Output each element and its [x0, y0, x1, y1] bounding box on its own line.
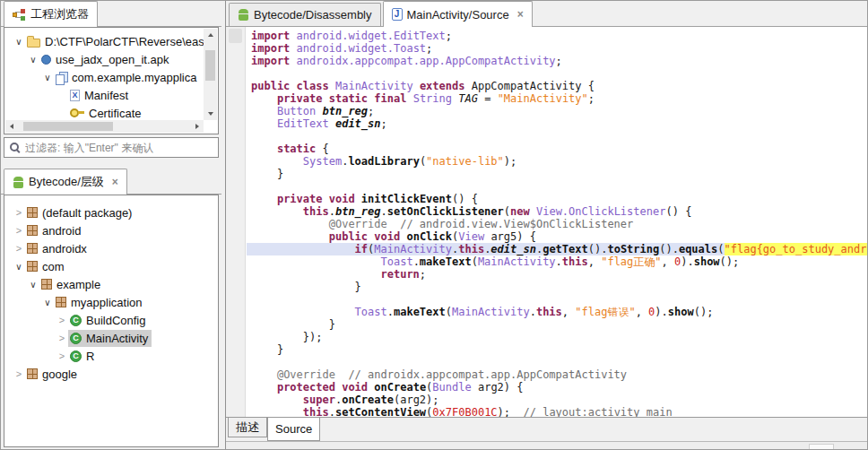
- code-line[interactable]: }: [251, 343, 868, 356]
- tab-source[interactable]: Source: [267, 418, 320, 441]
- tree-item-androidx[interactable]: >androidx: [5, 239, 204, 257]
- code-line[interactable]: Toast.makeText(MainActivity.this, "flag正…: [251, 255, 868, 268]
- tree-item-body[interactable]: com: [25, 258, 68, 275]
- code-line[interactable]: });: [251, 331, 868, 343]
- tree-selection[interactable]: CMainActivity: [68, 330, 152, 347]
- scroll-right-button[interactable]: [191, 120, 204, 133]
- code-line[interactable]: EditText edit_sn;: [251, 117, 868, 130]
- expanded-arrow-icon[interactable]: ∨: [13, 262, 25, 272]
- close-icon[interactable]: ×: [112, 176, 118, 188]
- tab-bytecode-disassembly[interactable]: Bytecode/Disassembly: [229, 3, 381, 26]
- code-line[interactable]: private static final String TAG = "MainA…: [251, 92, 868, 105]
- code-line[interactable]: [251, 356, 868, 368]
- collapsed-arrow-icon[interactable]: >: [13, 207, 25, 218]
- scroll-left-button[interactable]: [5, 120, 18, 133]
- code-line[interactable]: import androidx.appcompat.app.AppCompatA…: [251, 55, 868, 67]
- tree-item-android[interactable]: >android: [5, 221, 204, 239]
- close-icon[interactable]: ×: [517, 8, 524, 21]
- code-line[interactable]: import android.widget.Toast;: [251, 42, 868, 55]
- tree-item-default-package[interactable]: >(default package): [5, 203, 204, 221]
- hscrollbar-thumb[interactable]: [809, 444, 834, 450]
- code-line[interactable]: super.onCreate(arg2);: [251, 394, 868, 406]
- pkg-icon: [56, 297, 66, 307]
- code-line[interactable]: [251, 293, 868, 306]
- key-icon: [70, 108, 84, 117]
- code-line[interactable]: System.loadLibrary("native-lib");: [251, 155, 868, 168]
- code-line[interactable]: }: [251, 168, 868, 180]
- tab-project-browser[interactable]: 工程浏览器: [4, 1, 98, 27]
- code-line[interactable]: Toast.makeText(MainActivity.this, "flag错…: [251, 306, 868, 318]
- code-line[interactable]: }: [251, 318, 868, 331]
- tab-mainactivity-source[interactable]: J MainActivity/Source ×: [383, 1, 533, 27]
- tree-item-d-ctf-polarctf-reverse-eas[interactable]: ∨D:\CTF\PolarCTF\Reverse\eas: [5, 32, 204, 50]
- code-line-highlighted[interactable]: if(MainActivity.this.edit_sn.getText().t…: [247, 243, 868, 255]
- code-line[interactable]: Button btn_reg;: [251, 105, 868, 117]
- code-line[interactable]: public class MainActivity extends AppCom…: [251, 80, 868, 92]
- tree-item-body[interactable]: use_jadx_open_it.apk: [39, 51, 173, 68]
- tree-item-buildconfig[interactable]: >CBuildConfig: [5, 311, 204, 329]
- code-area[interactable]: import android.widget.EditText;import an…: [247, 27, 868, 417]
- collapsed-arrow-icon[interactable]: >: [13, 243, 25, 254]
- collapsed-arrow-icon[interactable]: >: [56, 315, 68, 325]
- collapsed-arrow-icon[interactable]: >: [13, 368, 25, 379]
- code-line[interactable]: @Override // android.view.View$OnClickLi…: [251, 218, 868, 230]
- tree-item-certificate[interactable]: Certificate: [5, 104, 204, 120]
- filter-input[interactable]: [25, 142, 213, 154]
- tree-item-example[interactable]: ∨example: [5, 275, 204, 293]
- pkg-icon: [27, 225, 38, 236]
- code-token: ;: [381, 117, 387, 130]
- tree-item-use-jadx-open-it-apk[interactable]: ∨use_jadx_open_it.apk: [5, 50, 204, 68]
- tree-item-body[interactable]: google: [25, 366, 81, 383]
- tree-item-mainactivity[interactable]: >CMainActivity: [5, 329, 204, 347]
- code-line[interactable]: }: [251, 281, 868, 293]
- tree-item-body[interactable]: CBuildConfig: [68, 312, 150, 329]
- tree-item-body[interactable]: (default package): [25, 204, 135, 221]
- vscrollbar-thumb[interactable]: [205, 50, 215, 81]
- code-editor[interactable]: import android.widget.EditText;import an…: [226, 27, 868, 417]
- tree-item-body[interactable]: myapplication: [54, 294, 146, 311]
- collapsed-arrow-icon[interactable]: >: [56, 350, 68, 361]
- hscrollbar-thumb[interactable]: [23, 122, 113, 131]
- code-line[interactable]: [251, 180, 868, 193]
- expanded-arrow-icon[interactable]: ∨: [41, 298, 54, 307]
- code-line[interactable]: @Override // androidx.appcompat.app.AppC…: [251, 368, 868, 381]
- collapsed-arrow-icon[interactable]: >: [56, 333, 68, 343]
- tree-item-com[interactable]: ∨com: [5, 257, 204, 275]
- expanded-arrow-icon[interactable]: ∨: [27, 55, 39, 65]
- tree-item-label: myapplication: [71, 296, 143, 309]
- code-line[interactable]: public void onClick(View arg5) {: [251, 230, 868, 243]
- project-tree-hscrollbar[interactable]: [5, 120, 204, 133]
- tree-item-google[interactable]: >google: [5, 365, 204, 383]
- code-line[interactable]: static {: [251, 143, 868, 155]
- code-line[interactable]: this.btn_reg.setOnClickListener(new View…: [251, 205, 868, 218]
- tab-bytecode-hierarchy[interactable]: Bytecode/层级 ×: [4, 169, 127, 195]
- tab-description[interactable]: 描述: [228, 418, 267, 437]
- code-line[interactable]: [251, 67, 868, 80]
- project-tree-vscrollbar[interactable]: [204, 29, 217, 120]
- scroll-down-button[interactable]: [204, 108, 217, 120]
- code-line[interactable]: protected void onCreate(Bundle arg2) {: [251, 381, 868, 394]
- expanded-arrow-icon[interactable]: ∨: [27, 280, 39, 290]
- tree-item-myapplication[interactable]: ∨myapplication: [5, 293, 204, 311]
- code-line[interactable]: this.setContentView(0x7F0B001C); // layo…: [251, 406, 868, 417]
- editor-hscrollbar[interactable]: [226, 441, 868, 450]
- tree-item-body[interactable]: example: [39, 276, 104, 293]
- tree-item-manifest[interactable]: XManifest: [5, 86, 204, 104]
- expanded-arrow-icon[interactable]: ∨: [41, 73, 54, 82]
- tree-item-body[interactable]: android: [25, 222, 84, 239]
- tree-item-body[interactable]: Certificate: [68, 105, 145, 121]
- code-line[interactable]: import android.widget.EditText;: [251, 30, 868, 42]
- collapsed-arrow-icon[interactable]: >: [13, 225, 25, 236]
- tree-item-com-example-myapplica[interactable]: ∨com.example.myapplica: [5, 68, 204, 86]
- tree-item-body[interactable]: com.example.myapplica: [54, 69, 200, 86]
- tree-item-body[interactable]: D:\CTF\PolarCTF\Reverse\eas: [25, 33, 204, 50]
- tree-item-body[interactable]: XManifest: [68, 87, 132, 104]
- tree-item-r[interactable]: >CR: [5, 347, 204, 365]
- expanded-arrow-icon[interactable]: ∨: [13, 37, 25, 47]
- code-line[interactable]: [251, 130, 868, 143]
- code-line[interactable]: return;: [251, 268, 868, 281]
- scroll-up-button[interactable]: [204, 29, 217, 41]
- code-line[interactable]: private void initClickEvent() {: [251, 193, 868, 205]
- tree-item-body[interactable]: androidx: [25, 240, 91, 257]
- tree-item-body[interactable]: CR: [68, 348, 98, 365]
